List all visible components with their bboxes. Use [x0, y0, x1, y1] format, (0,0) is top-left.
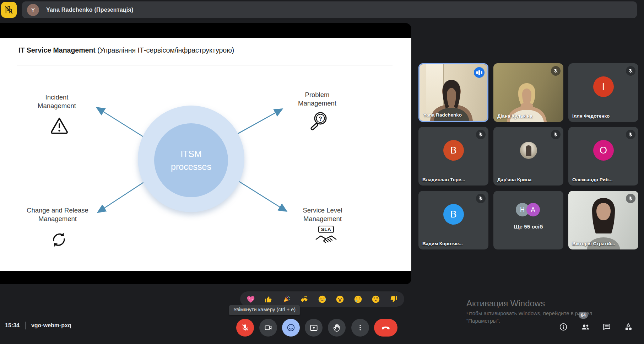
windows-activation-title: Активация Windows [466, 299, 545, 308]
more-vertical-icon [356, 324, 364, 332]
sparkling-heart-reaction[interactable] [246, 294, 256, 304]
activities-icon [624, 322, 633, 332]
mic-muted-indicator [626, 66, 635, 76]
shared-screen-region[interactable]: IT Service Management (Управління ІТ-сер… [0, 23, 411, 284]
leave-call-button[interactable] [374, 319, 397, 337]
hangup-icon [381, 323, 391, 333]
time-and-code: 15:34 vgo-webm-pxq [5, 322, 71, 329]
initial-avatar: В [443, 140, 464, 161]
people-icon [580, 322, 590, 332]
tile-vadym[interactable]: В Вадим Коротче... [418, 191, 488, 249]
node-incident-label: Incident Management [21, 93, 92, 110]
itsm-inner-circle: ITSM processes [154, 123, 228, 197]
magnifier-question-icon: ? [308, 111, 330, 134]
mic-muted-indicator [626, 194, 635, 203]
activities-button[interactable] [623, 322, 633, 332]
itsm-center-line1: ITSM [180, 147, 202, 160]
presentation-slide: IT Service Management (Управління ІТ-сер… [0, 38, 411, 271]
initial-avatar: О [593, 140, 614, 161]
tile-diana-kulkina[interactable]: Діана Кулькіна [493, 63, 563, 122]
camera-icon [264, 323, 272, 332]
participant-name: Вадим Коротче... [422, 241, 463, 246]
participants-grid: Yana Radchenko Діана Кулькіна І Ілля Фед… [418, 63, 639, 250]
tile-viktoriia[interactable]: Вікторія Стратій... [568, 191, 638, 249]
sla-badge: SLA [318, 226, 334, 233]
reactions-bar [240, 291, 404, 307]
photo-avatar [520, 142, 537, 159]
meeting-details-button[interactable] [558, 322, 568, 332]
mic-muted-indicator [551, 66, 561, 76]
overflow-avatars: Н А [516, 203, 541, 217]
tile-vladyslav[interactable]: В Владислав Тере... [418, 127, 488, 186]
raise-hand-button[interactable] [328, 319, 346, 337]
crying-face-reaction[interactable] [353, 294, 363, 304]
camera-toggle-button[interactable] [259, 319, 277, 337]
participant-name: Ілля Федотенко [572, 113, 610, 119]
chat-icon [602, 322, 611, 332]
thumbs-down-reaction[interactable] [389, 294, 399, 304]
raised-hand-icon [332, 323, 341, 332]
sla-handshake-icon: SLA [305, 226, 347, 246]
node-problem-label: Problem Management [282, 91, 353, 108]
node-service-label: Service Level Management [283, 206, 362, 223]
handshake-icon [313, 234, 339, 246]
tears-of-joy-reaction[interactable] [317, 294, 327, 304]
thinking-face-reaction[interactable] [371, 294, 381, 304]
clapping-hands-reaction[interactable] [299, 294, 309, 304]
participant-count-badge: 64 [579, 312, 588, 319]
participant-name: Олександр Риб... [572, 177, 613, 182]
windows-activation-line1: Чтобы активировать Windows, перейдите в … [466, 310, 592, 316]
open-mouth-reaction[interactable] [335, 294, 345, 304]
overflow-avatar-2: А [526, 203, 540, 216]
present-screen-button[interactable] [305, 319, 323, 337]
speaking-indicator [474, 67, 485, 78]
present-screen-icon [309, 323, 318, 332]
party-popper-reaction[interactable] [282, 294, 292, 304]
node-change-label: Change and Release Management [18, 206, 97, 223]
reactions-button[interactable] [282, 319, 300, 337]
mic-muted-indicator [551, 130, 561, 139]
participant-name: Yana Radchenko [423, 112, 462, 118]
presenter-title-bar[interactable]: Y Yana Radchenko (Презентація) [22, 1, 637, 18]
thumbs-up-reaction[interactable] [264, 294, 274, 304]
tile-more-participants[interactable]: Н А Ще 55 осіб [493, 191, 563, 249]
initial-avatar: В [443, 204, 464, 225]
info-icon [559, 322, 568, 332]
initial-avatar: І [593, 76, 614, 97]
participant-name: Владислав Тере... [422, 177, 465, 182]
meet-window: Y Yana Radchenko (Презентація) IT Servic… [0, 0, 644, 344]
tile-yana-radchenko[interactable]: Yana Radchenko [418, 63, 488, 122]
mic-muted-indicator [626, 130, 635, 139]
participant-name: Діана Кулькіна [497, 113, 532, 119]
warning-triangle-icon [49, 115, 69, 135]
clock: 15:34 [5, 322, 20, 329]
mic-muted-indicator [476, 130, 486, 139]
tile-daryana[interactable]: Дар'яна Крива [493, 127, 563, 186]
tile-illia-fedotenko[interactable]: І Ілля Федотенко [568, 63, 638, 122]
camera-tooltip: Увімкнути камеру (ctrl + e) [229, 305, 300, 315]
avatar: Y [27, 4, 39, 16]
mic-muted-indicator [476, 194, 486, 203]
presenter-title: Yana Radchenko (Презентація) [46, 7, 134, 13]
itsm-center-line2: processes [171, 160, 211, 173]
refresh-arrows-icon [49, 229, 69, 250]
building-slash-icon [4, 5, 14, 15]
chat-panel-button[interactable] [602, 322, 612, 332]
presentation-disabled-badge[interactable] [1, 2, 17, 18]
mic-toggle-button[interactable] [236, 319, 254, 337]
more-options-button[interactable] [351, 319, 369, 337]
participant-name: Вікторія Стратій... [572, 241, 615, 246]
meeting-code: vgo-webm-pxq [31, 322, 71, 329]
tile-oleksandr[interactable]: О Олександр Риб... [568, 127, 638, 186]
mic-off-icon [241, 323, 249, 332]
participant-name: Дар'яна Крива [497, 177, 531, 182]
people-panel-button[interactable] [580, 322, 590, 332]
svg-text:?: ? [319, 116, 322, 122]
windows-activation-line2: "Параметры". [466, 318, 500, 324]
divider [25, 322, 26, 329]
smiley-icon [286, 323, 296, 332]
more-participants-label: Ще 55 осіб [493, 224, 563, 230]
